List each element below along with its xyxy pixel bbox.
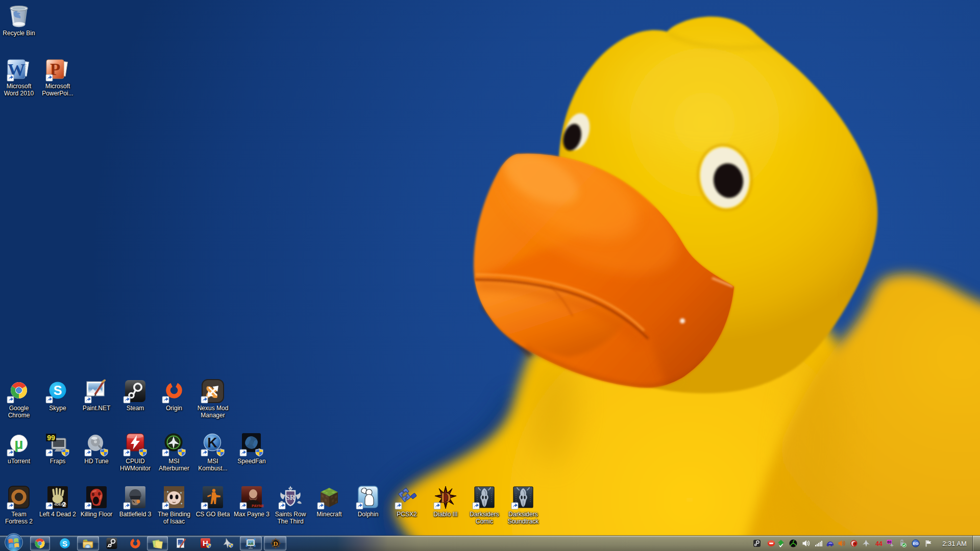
svg-text:EG: EG bbox=[913, 541, 919, 546]
svg-text:K: K bbox=[207, 435, 217, 450]
svg-text:SR: SR bbox=[286, 494, 296, 502]
svg-text:2: 2 bbox=[62, 500, 66, 508]
svg-text:99: 99 bbox=[47, 434, 55, 442]
svg-text:D: D bbox=[440, 489, 451, 506]
svg-text:S: S bbox=[62, 539, 67, 548]
svg-text:60: 60 bbox=[887, 540, 891, 544]
svg-text:44: 44 bbox=[875, 540, 883, 547]
svg-text:µ: µ bbox=[14, 435, 23, 452]
svg-text:S: S bbox=[54, 383, 62, 397]
svg-text:PAYNE 3: PAYNE 3 bbox=[252, 504, 264, 508]
svg-text:D: D bbox=[273, 540, 278, 547]
